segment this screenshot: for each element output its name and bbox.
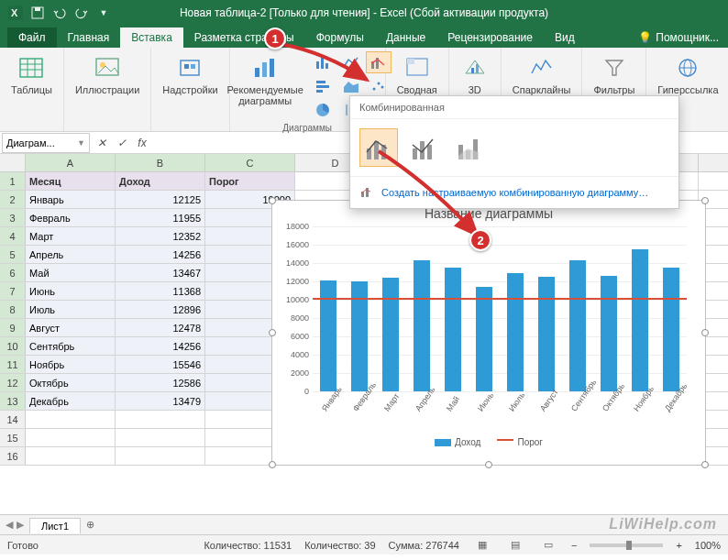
hyperlink-button[interactable]: Гиперссылка: [654, 51, 722, 97]
cell[interactable]: 13467: [116, 264, 205, 281]
row-header[interactable]: 10: [0, 337, 26, 355]
sheet-prev-icon[interactable]: ◀: [6, 519, 13, 531]
cell[interactable]: 11368: [116, 282, 205, 300]
cell[interactable]: Ноябрь: [26, 356, 116, 373]
zoom-in-button[interactable]: +: [676, 540, 681, 551]
sheet-nav[interactable]: ◀▶: [0, 519, 29, 531]
row-header[interactable]: 7: [0, 282, 26, 300]
cell[interactable]: 12478: [116, 319, 205, 336]
cell[interactable]: [116, 447, 205, 465]
view-page-layout-icon[interactable]: ▤: [505, 537, 525, 554]
select-all-corner[interactable]: [0, 154, 26, 171]
row-header[interactable]: 1: [0, 172, 26, 190]
cell[interactable]: Октябрь: [26, 374, 116, 391]
qat-dropdown-icon[interactable]: ▼: [95, 5, 112, 21]
cell[interactable]: Доход: [116, 172, 205, 190]
zoom-slider[interactable]: [590, 544, 663, 547]
row-header[interactable]: 6: [0, 264, 26, 281]
chart-plot-area[interactable]: 0200040006000800010000120001400016000180…: [313, 226, 687, 391]
view-normal-icon[interactable]: ▦: [472, 537, 492, 554]
undo-icon[interactable]: [51, 5, 68, 21]
chart-bar[interactable]: [538, 277, 555, 391]
chart-bar[interactable]: [445, 268, 461, 391]
cell[interactable]: 15546: [116, 356, 205, 373]
cell[interactable]: 12896: [116, 301, 205, 318]
tab-review[interactable]: Рецензирование: [436, 27, 544, 48]
col-header-a[interactable]: A: [26, 154, 116, 171]
row-header[interactable]: 9: [0, 319, 26, 336]
pivot-button[interactable]: Сводная: [393, 51, 441, 97]
row-header[interactable]: 13: [0, 392, 26, 410]
zoom-out-button[interactable]: −: [571, 540, 577, 551]
chart-bar[interactable]: [663, 268, 679, 391]
3d-map-button[interactable]: 3D: [457, 51, 493, 97]
tab-insert[interactable]: Вставка: [120, 27, 183, 48]
cell[interactable]: 13479: [116, 392, 205, 410]
pie-chart-button[interactable]: [311, 99, 336, 121]
row-header[interactable]: 14: [0, 411, 26, 428]
cell[interactable]: 12125: [116, 191, 205, 208]
chart-bar[interactable]: [382, 278, 399, 391]
filters-button[interactable]: Фильтры: [590, 51, 638, 97]
chart-bar[interactable]: [632, 249, 648, 391]
illustrations-button[interactable]: Иллюстрации: [72, 51, 143, 97]
row-header[interactable]: 12: [0, 374, 26, 391]
cell[interactable]: Февраль: [26, 209, 116, 226]
cell[interactable]: [116, 411, 205, 428]
cell[interactable]: Май: [26, 264, 116, 281]
cell[interactable]: 12586: [116, 374, 205, 391]
cell[interactable]: 11955: [116, 209, 205, 226]
cell[interactable]: [26, 411, 116, 428]
row-header[interactable]: 4: [0, 227, 26, 245]
add-sheet-button[interactable]: ⊕: [81, 519, 99, 531]
chart-bar[interactable]: [569, 260, 586, 391]
cell[interactable]: [26, 429, 116, 446]
tell-me-help[interactable]: 💡Помощник...: [629, 27, 728, 48]
tab-view[interactable]: Вид: [544, 27, 586, 48]
resize-handle-se[interactable]: [701, 461, 709, 468]
chart-legend[interactable]: Доход Порог: [272, 437, 705, 447]
fx-icon[interactable]: fx: [132, 137, 152, 149]
tab-home[interactable]: Главная: [57, 27, 121, 48]
cell[interactable]: Март: [26, 227, 116, 245]
view-page-break-icon[interactable]: ▭: [538, 537, 558, 554]
cell[interactable]: Июль: [26, 301, 116, 318]
cell[interactable]: Декабрь: [26, 392, 116, 410]
sparklines-button[interactable]: Спарклайны: [509, 51, 575, 97]
enter-formula-icon[interactable]: ✓: [112, 137, 132, 149]
col-header-b[interactable]: B: [116, 154, 205, 171]
cell[interactable]: Июнь: [26, 282, 116, 300]
sheet-tab-1[interactable]: Лист1: [29, 518, 81, 533]
chart-threshold-line[interactable]: [313, 298, 687, 300]
row-header[interactable]: 3: [0, 209, 26, 226]
chart-bar[interactable]: [320, 280, 336, 391]
tab-file[interactable]: Файл: [7, 27, 57, 48]
cell[interactable]: Месяц: [26, 172, 116, 190]
zoom-level[interactable]: 100%: [695, 540, 721, 551]
save-icon[interactable]: [29, 5, 46, 21]
cell[interactable]: [116, 429, 205, 446]
name-box[interactable]: Диаграм...▼: [2, 133, 90, 153]
resize-handle-w[interactable]: [269, 329, 276, 336]
resize-handle-e[interactable]: [701, 329, 709, 336]
cell[interactable]: Порог: [205, 172, 295, 190]
cancel-formula-icon[interactable]: ✕: [92, 137, 112, 149]
row-header[interactable]: 11: [0, 356, 26, 373]
cell[interactable]: 12352: [116, 227, 205, 245]
tab-data[interactable]: Данные: [375, 27, 436, 48]
resize-handle-nw[interactable]: [269, 197, 276, 204]
chart-bar[interactable]: [476, 287, 492, 391]
chart-bar[interactable]: [414, 260, 430, 391]
cell[interactable]: Январь: [26, 191, 116, 208]
addins-button[interactable]: Надстройки: [159, 51, 221, 97]
cell[interactable]: 14256: [116, 246, 205, 263]
row-header[interactable]: 15: [0, 429, 26, 446]
sheet-next-icon[interactable]: ▶: [17, 519, 24, 531]
tables-button[interactable]: Таблицы: [7, 51, 56, 97]
cell[interactable]: Сентябрь: [26, 337, 116, 355]
chart-bar[interactable]: [507, 273, 524, 391]
zoom-thumb[interactable]: [626, 541, 632, 550]
resize-handle-s[interactable]: [485, 461, 492, 468]
resize-handle-ne[interactable]: [701, 197, 709, 204]
cell[interactable]: Апрель: [26, 246, 116, 263]
